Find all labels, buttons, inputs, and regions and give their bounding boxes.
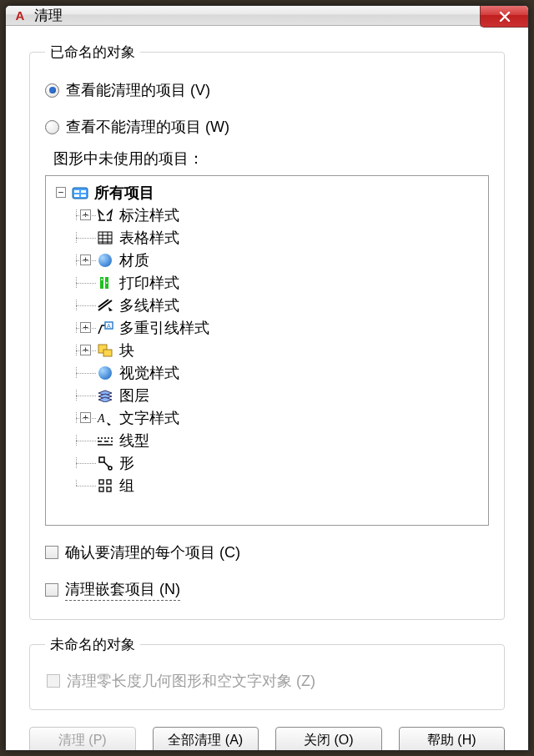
tree-root-label: 所有项目 (94, 183, 154, 203)
window-title: 清理 (34, 6, 63, 25)
dialog-content: 已命名的对象 查看能清理的项目 (V) 查看不能清理的项目 (W) 图形中未使用… (6, 26, 528, 751)
unnamed-objects-group: 未命名的对象 清理零长度几何图形和空文字对象 (Z) (29, 635, 505, 710)
app-icon: A (13, 8, 28, 23)
tree-item[interactable]: 多线样式 (53, 294, 481, 316)
confirm-each-checkbox[interactable]: 确认要清理的每个项目 (C) (45, 542, 489, 562)
tree-item-label: 线型 (119, 431, 149, 451)
tree-item-icon (96, 342, 114, 359)
tree-item-label: 标注样式 (119, 205, 179, 225)
button-row: 清理 (P) 全部清理 (A) 关闭 (O) 帮助 (H) (29, 725, 505, 751)
purge-all-button[interactable]: 全部清理 (A) (153, 727, 259, 751)
svg-rect-31 (107, 480, 111, 484)
tree-item[interactable]: 视觉样式 (53, 361, 481, 384)
collapse-icon[interactable]: − (56, 187, 66, 198)
purge-nested-checkbox[interactable]: 清理嵌套项目 (N) (45, 579, 489, 601)
tree-item-icon (96, 387, 114, 404)
svg-rect-33 (107, 487, 111, 491)
svg-rect-0 (73, 188, 88, 199)
checkbox-label: 清理零长度几何图形和空文字对象 (Z) (67, 671, 315, 691)
close-icon (499, 12, 511, 22)
radio-view-purgeable[interactable]: 查看能清理的项目 (V) (45, 80, 489, 100)
checkbox-icon (45, 583, 58, 597)
tree-view[interactable]: − 所有项目 +标注样式表格样式+材质打印样式多线样式+A多重引线样式+块视觉样… (45, 175, 489, 526)
tree-item-icon (96, 432, 114, 449)
tree-item-label: 多线样式 (119, 295, 179, 315)
tree-item-label: 材质 (119, 250, 149, 270)
tree-item-label: 图层 (119, 386, 149, 406)
svg-rect-2 (81, 190, 86, 193)
radio-icon (45, 120, 59, 134)
tree-item-icon (96, 365, 114, 381)
svg-rect-30 (99, 480, 103, 484)
radio-label: 查看不能清理的项目 (W) (66, 117, 229, 137)
tree-item[interactable]: 形 (53, 451, 481, 474)
svg-text:A: A (97, 412, 105, 425)
svg-rect-27 (99, 457, 104, 462)
tree-item-icon (96, 207, 114, 224)
svg-point-16 (106, 282, 108, 284)
tree-item[interactable]: 图层 (53, 384, 481, 406)
tree-item[interactable]: +块 (53, 339, 481, 361)
tree-heading: 图形中未使用的项目： (53, 149, 489, 169)
checkbox-icon (47, 674, 60, 688)
svg-rect-32 (99, 487, 103, 491)
checkbox-icon (45, 546, 58, 559)
radio-label: 查看能清理的项目 (V) (66, 80, 210, 100)
tree-item-icon (96, 252, 114, 269)
tree-item-label: 多重引线样式 (119, 318, 209, 338)
svg-point-29 (108, 466, 112, 470)
tree-item-label: 组 (119, 476, 134, 496)
tree-item[interactable]: 线型 (53, 429, 481, 451)
unnamed-legend: 未命名的对象 (45, 635, 140, 654)
tree-root-row[interactable]: − 所有项目 (53, 181, 481, 204)
tree-item[interactable]: 表格样式 (53, 226, 481, 249)
named-objects-group: 已命名的对象 查看能清理的项目 (V) 查看不能清理的项目 (W) 图形中未使用… (29, 43, 505, 620)
purge-zero-empty-checkbox: 清理零长度几何图形和空文字对象 (Z) (47, 671, 487, 691)
named-legend: 已命名的对象 (45, 43, 140, 62)
svg-rect-3 (74, 194, 79, 197)
svg-rect-1 (74, 190, 79, 193)
tree-item[interactable]: +A多重引线样式 (53, 316, 481, 339)
purge-dialog: A 清理 已命名的对象 查看能清理的项目 (V) 查看不能清理的项目 (W) 图… (5, 5, 529, 751)
radio-icon (45, 83, 59, 98)
tree-item-icon (96, 229, 114, 246)
tree-item[interactable]: +标注样式 (53, 204, 481, 226)
tree-item-label: 形 (119, 453, 134, 473)
tree-item-icon (96, 455, 114, 471)
tree-item[interactable]: +材质 (53, 249, 481, 271)
tree-item-label: 打印样式 (119, 273, 179, 293)
tree-item-label: 视觉样式 (119, 363, 179, 383)
close-window-button[interactable] (480, 6, 528, 28)
help-button[interactable]: 帮助 (H) (399, 727, 506, 751)
tree-item-label: 文字样式 (119, 408, 179, 428)
tree-item[interactable]: 打印样式 (53, 271, 481, 294)
tree-item[interactable]: 组 (53, 474, 481, 496)
all-items-icon (71, 184, 89, 201)
close-button[interactable]: 关闭 (O) (275, 727, 382, 751)
svg-rect-22 (103, 350, 112, 356)
svg-text:A: A (107, 323, 111, 329)
tree-item-label: 块 (119, 340, 134, 360)
titlebar[interactable]: A 清理 (6, 6, 528, 26)
tree-item-icon (96, 297, 114, 314)
tree-item-icon: A (96, 410, 114, 426)
tree-item[interactable]: +A文字样式 (53, 406, 481, 429)
radio-view-nonpurgeable[interactable]: 查看不能清理的项目 (W) (45, 117, 489, 137)
checkbox-label: 确认要清理的每个项目 (C) (65, 542, 240, 562)
checkbox-label: 清理嵌套项目 (N) (65, 579, 180, 601)
tree-item-icon (96, 477, 114, 494)
tree-item-label: 表格样式 (119, 228, 179, 248)
tree-item-icon: A (96, 320, 114, 336)
svg-rect-4 (81, 194, 86, 197)
purge-button: 清理 (P) (29, 727, 136, 751)
tree-item-icon (96, 275, 114, 291)
svg-point-15 (101, 279, 103, 280)
